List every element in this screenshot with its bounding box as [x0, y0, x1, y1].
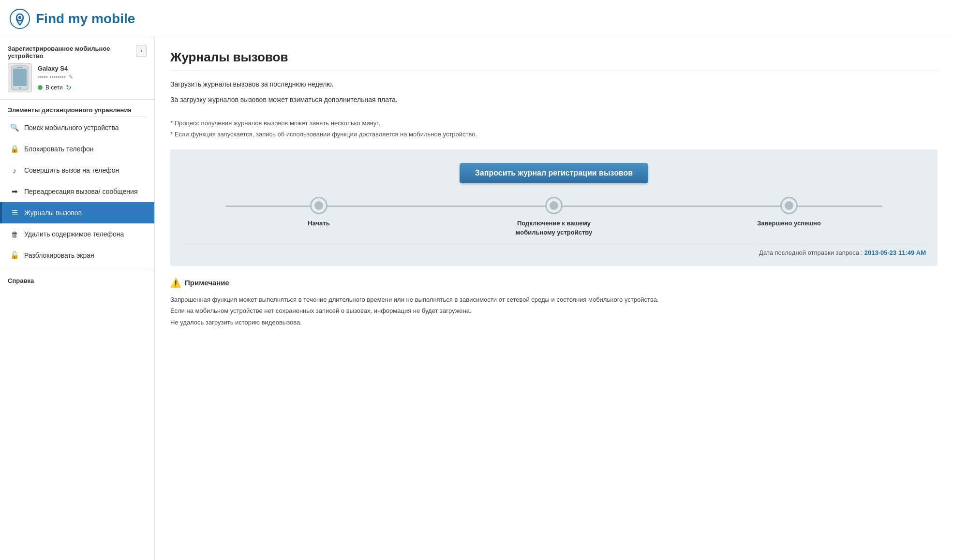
step-circle-inner-done	[785, 201, 793, 210]
note-line2: * Если функция запускается, запись об ис…	[170, 129, 938, 140]
device-section-left: Зарегистрированное мобильное устройство …	[8, 45, 136, 92]
svg-rect-4	[13, 69, 27, 86]
trash-icon: 🗑	[10, 229, 19, 239]
note-line1: * Процесс получения журналов вызовов мож…	[170, 118, 938, 129]
list-icon: ☰	[10, 208, 19, 218]
device-section: Зарегистрированное мобильное устройство …	[0, 38, 154, 100]
note-text-2: Если на мобильном устройстве нет сохране…	[170, 305, 938, 316]
sidebar-item-unlock[interactable]: 🔓 Разблокировать экран	[0, 245, 154, 266]
device-thumbnail	[8, 63, 32, 92]
layout: Зарегистрированное мобильное устройство …	[0, 38, 953, 560]
sidebar-nav: 🔍 Поиск мобильного устройства 🔒 Блокиров…	[0, 117, 154, 266]
last-request-date: 2013-05-23 11:49 AM	[864, 249, 926, 256]
description-line1: Загрузить журналы вызовов за последнюю н…	[170, 79, 938, 90]
device-section-title: Зарегистрированное мобильное устройство	[8, 45, 136, 59]
sidebar-help: Справка	[0, 270, 154, 291]
remote-section-title: Элементы дистанционного управления	[0, 100, 154, 117]
sidebar-item-logs[interactable]: ☰ Журналы вызовов	[0, 202, 154, 223]
progress-steps: Начать Подключение к вашему мобильному у…	[182, 197, 926, 236]
step-label-done: Завершено успешно	[757, 219, 821, 228]
sidebar-item-lock[interactable]: 🔒 Блокировать телефон	[0, 138, 154, 160]
step-start: Начать	[201, 197, 436, 228]
step-circle-start	[310, 197, 328, 214]
step-label-start: Начать	[308, 219, 329, 228]
device-name: Galaxy S4	[38, 65, 73, 72]
sidebar-item-redirect[interactable]: ➡ Переадресация вызова/ сообщения	[0, 181, 154, 202]
warning-icon: ⚠️	[170, 278, 181, 288]
note-text-1: Запрошенная функция может выполняться в …	[170, 294, 938, 305]
note-text-3: Не удалось загрузить историю видеовызова…	[170, 317, 938, 328]
page-title: Журналы вызовов	[170, 50, 938, 71]
search-icon: 🔍	[10, 123, 19, 133]
sidebar-item-delete[interactable]: 🗑 Удалить содержимое телефона	[0, 223, 154, 245]
last-request-prefix: Дата последней отправки запроса :	[759, 249, 864, 256]
step-circle-done	[780, 197, 798, 214]
phone-image	[11, 65, 29, 90]
action-panel: Запросить журнал регистрации вызовов Нач…	[170, 149, 938, 265]
music-icon: ♪	[10, 165, 19, 175]
sidebar-item-call[interactable]: ♪ Совершить вызов на телефон	[0, 160, 154, 181]
device-info: Galaxy S4 ••••• •••••••• ✎ В сети ↻	[8, 63, 136, 92]
svg-point-5	[19, 87, 21, 89]
main-content: Журналы вызовов Загрузить журналы вызово…	[155, 38, 953, 560]
svg-rect-6	[17, 67, 23, 68]
step-label-connect: Подключение к вашему мобильному устройст…	[515, 219, 593, 236]
unlock-icon: 🔓	[10, 251, 19, 260]
step-connect: Подключение к вашему мобильному устройст…	[436, 197, 671, 236]
header: Find my mobile	[0, 0, 953, 38]
device-id: ••••• •••••••• ✎	[38, 74, 73, 81]
chevron-btn[interactable]: ›	[136, 45, 147, 57]
refresh-icon[interactable]: ↻	[66, 84, 72, 91]
device-status: В сети ↻	[38, 84, 73, 91]
step-circle-connect	[545, 197, 563, 214]
note-section: ⚠️ Примечание Запрошенная функция может …	[170, 278, 938, 328]
logo-text: Find my mobile	[36, 11, 135, 27]
request-logs-button[interactable]: Запросить журнал регистрации вызовов	[460, 163, 648, 183]
step-circle-inner-connect	[550, 201, 558, 210]
sidebar-item-search[interactable]: 🔍 Поиск мобильного устройства	[0, 117, 154, 138]
last-request: Дата последней отправки запроса : 2013-0…	[182, 244, 926, 256]
step-done: Завершено успешно	[671, 197, 907, 228]
sidebar: Зарегистрированное мобильное устройство …	[0, 38, 155, 560]
status-dot	[38, 85, 43, 90]
location-pin-icon	[10, 9, 30, 29]
edit-icon[interactable]: ✎	[69, 74, 73, 80]
lock-icon: 🔒	[10, 144, 19, 154]
note-title: ⚠️ Примечание	[170, 278, 938, 288]
description-line2: За загрузку журналов вызовов может взима…	[170, 94, 938, 106]
device-details: Galaxy S4 ••••• •••••••• ✎ В сети ↻	[38, 65, 73, 91]
arrow-icon: ➡	[10, 187, 19, 196]
step-circle-inner-start	[314, 201, 323, 210]
